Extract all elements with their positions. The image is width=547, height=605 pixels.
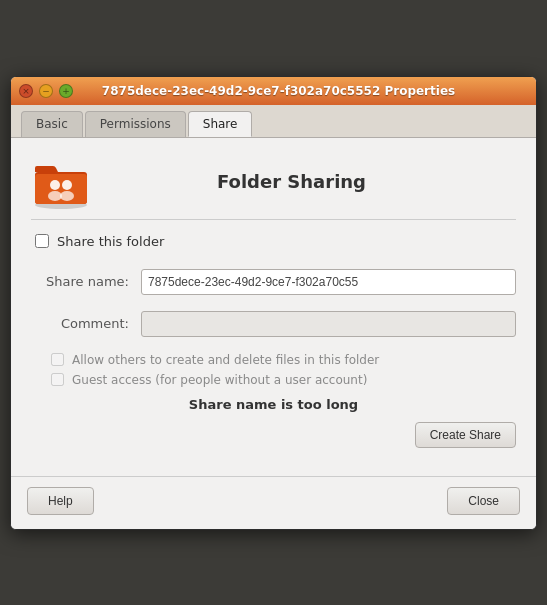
window-title: 7875dece-23ec-49d2-9ce7-f302a70c5552 Pro… [79,84,478,98]
comment-row: Comment: [31,311,516,337]
share-this-folder-row: Share this folder [31,234,516,249]
disabled-options: Allow others to create and delete files … [31,353,516,387]
properties-window: × − + 7875dece-23ec-49d2-9ce7-f302a70c55… [10,76,537,530]
guest-access-checkbox[interactable] [51,373,64,386]
svg-point-5 [62,180,72,190]
tab-basic[interactable]: Basic [21,111,83,137]
allow-others-checkbox[interactable] [51,353,64,366]
tab-bar: Basic Permissions Share [11,105,536,138]
warning-text: Share name is too long [31,397,516,412]
create-share-button[interactable]: Create Share [415,422,516,448]
svg-point-4 [48,191,62,201]
tab-content: Folder Sharing Share this folder Share n… [11,138,536,476]
svg-rect-2 [35,174,87,204]
comment-input[interactable] [141,311,516,337]
folder-sharing-title: Folder Sharing [107,171,516,192]
tab-share[interactable]: Share [188,111,253,137]
share-this-folder-label: Share this folder [57,234,164,249]
guest-access-label: Guest access (for people without a user … [72,373,367,387]
maximize-window-button[interactable]: + [59,84,73,98]
folder-icon [31,154,91,209]
share-this-folder-checkbox[interactable] [35,234,49,248]
share-name-input[interactable] [141,269,516,295]
header-divider [31,219,516,220]
allow-others-label: Allow others to create and delete files … [72,353,379,367]
share-name-label: Share name: [31,274,141,289]
titlebar: × − + 7875dece-23ec-49d2-9ce7-f302a70c55… [11,77,536,105]
help-button[interactable]: Help [27,487,94,515]
create-share-row: Create Share [31,422,516,448]
allow-others-row: Allow others to create and delete files … [51,353,516,367]
tab-permissions[interactable]: Permissions [85,111,186,137]
header-row: Folder Sharing [31,154,516,209]
guest-access-row: Guest access (for people without a user … [51,373,516,387]
svg-point-3 [50,180,60,190]
comment-label: Comment: [31,316,141,331]
minimize-window-button[interactable]: − [39,84,53,98]
bottom-bar: Help Close [11,476,536,529]
svg-point-6 [60,191,74,201]
close-window-button[interactable]: × [19,84,33,98]
close-button[interactable]: Close [447,487,520,515]
share-name-row: Share name: [31,269,516,295]
